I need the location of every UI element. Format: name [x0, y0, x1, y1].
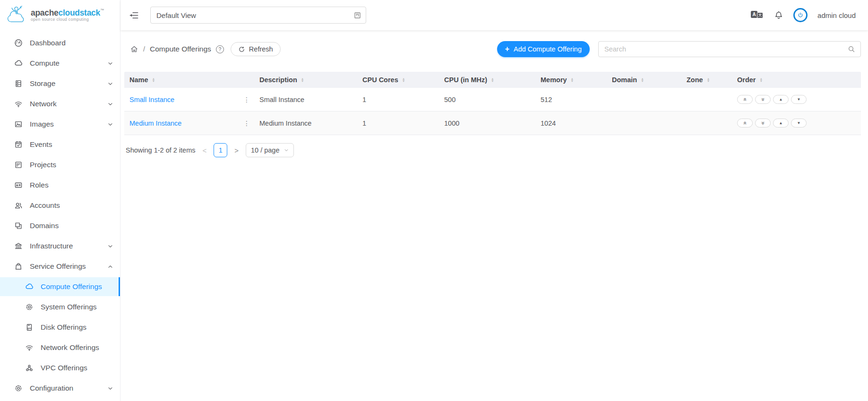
sidebar-item-images[interactable]: Images — [0, 115, 120, 134]
sidebar-item-network[interactable]: Network — [0, 94, 120, 113]
sidebar-item-label: Infrastructure — [30, 242, 73, 250]
sort-icon[interactable]: ▲▼ — [571, 77, 574, 82]
database-icon — [14, 79, 23, 88]
project-icon[interactable] — [353, 11, 361, 19]
sidebar-item-infrastructure[interactable]: Infrastructure — [0, 237, 120, 256]
prev-page-icon[interactable]: < — [203, 146, 207, 154]
move-up-button[interactable]: ▲ — [773, 95, 789, 104]
chevron-down-icon — [284, 148, 289, 153]
next-page-icon[interactable]: > — [234, 146, 239, 154]
cluster-icon — [25, 364, 34, 372]
offering-cpu-cores: 1 — [357, 119, 439, 127]
calendar-check-icon — [14, 140, 23, 149]
sidebar-item-roles[interactable]: Roles — [0, 176, 120, 195]
project-icon — [14, 161, 23, 169]
sidebar-item-vpc-offerings[interactable]: VPC Offerings — [0, 358, 120, 377]
user-avatar[interactable] — [793, 8, 808, 22]
column-header-description[interactable]: Description▲▼ — [254, 76, 357, 84]
sidebar-item-events[interactable]: Events — [0, 135, 120, 154]
column-header-cpu-cores[interactable]: CPU Cores▲▼ — [357, 76, 439, 84]
sort-icon[interactable]: ▲▼ — [491, 77, 494, 82]
compute-offerings-table: Name▲▼ Description▲▼ CPU Cores▲▼ CPU (in… — [124, 72, 861, 135]
chevron-down-icon — [108, 61, 113, 66]
gear-icon — [14, 384, 23, 392]
sidebar-item-network-offerings[interactable]: Network Offerings — [0, 338, 120, 357]
sidebar-item-accounts[interactable]: Accounts — [0, 196, 120, 215]
move-up-button[interactable]: ▲ — [773, 119, 789, 128]
sidebar-item-label: Roles — [30, 181, 49, 189]
bell-icon[interactable] — [774, 10, 783, 20]
column-header-domain[interactable]: Domain▲▼ — [607, 76, 681, 84]
menu-fold-icon[interactable] — [129, 10, 139, 20]
move-to-bottom-button[interactable]: » — [755, 95, 771, 104]
move-down-button[interactable]: ▼ — [791, 119, 807, 128]
order-controls: « » ▲ ▼ — [732, 95, 861, 104]
sidebar-item-label: Compute Offerings — [41, 282, 102, 291]
sort-icon[interactable]: ▲▼ — [760, 77, 763, 82]
picture-icon — [14, 120, 23, 128]
cloud-icon — [25, 282, 34, 291]
gear-icon — [25, 303, 34, 311]
add-compute-offering-button[interactable]: + Add Compute Offering — [497, 41, 590, 57]
chevron-down-icon — [108, 81, 113, 86]
column-header-name[interactable]: Name▲▼ — [124, 76, 241, 84]
sort-icon[interactable]: ▲▼ — [152, 77, 155, 82]
search-input[interactable] — [604, 45, 848, 53]
move-to-top-button[interactable]: « — [737, 95, 753, 104]
column-header-zone[interactable]: Zone▲▼ — [681, 76, 732, 84]
column-header-order[interactable]: Order▲▼ — [732, 76, 861, 84]
sidebar-item-storage[interactable]: Storage — [0, 74, 120, 93]
move-to-top-button[interactable]: « — [737, 119, 753, 128]
user-name[interactable]: admin cloud — [817, 11, 856, 19]
block-icon — [14, 222, 23, 230]
view-selector[interactable]: Default View — [150, 7, 366, 24]
translate-cjk-glyph — [757, 12, 763, 18]
sidebar-item-service-offerings[interactable]: Service Offerings — [0, 257, 120, 276]
help-icon[interactable]: ? — [216, 45, 224, 53]
main-area: Default View A admin cloud / Compute Off… — [120, 0, 868, 401]
column-header-cpu-mhz[interactable]: CPU (in MHz)▲▼ — [439, 76, 535, 84]
team-icon — [14, 201, 23, 210]
sort-icon[interactable]: ▲▼ — [402, 77, 405, 82]
brand-name: apachecloudstack™ — [31, 9, 104, 17]
sidebar-item-disk-offerings[interactable]: Disk Offerings — [0, 318, 120, 337]
move-to-bottom-button[interactable]: » — [755, 119, 771, 128]
sidebar-item-system-offerings[interactable]: System Offerings — [0, 298, 120, 316]
page-size-selector[interactable]: 10 / page — [246, 143, 293, 157]
shopping-bag-icon — [14, 262, 23, 271]
sidebar-item-domains[interactable]: Domains — [0, 216, 120, 235]
hdd-icon — [25, 323, 34, 332]
sidebar-item-compute[interactable]: Compute — [0, 54, 120, 73]
sidebar-item-configuration[interactable]: Configuration — [0, 379, 120, 398]
sidebar-item-projects[interactable]: Projects — [0, 155, 120, 174]
sidebar-item-label: Events — [30, 140, 52, 149]
offering-name-link[interactable]: Medium Instance — [129, 119, 181, 127]
row-actions-icon[interactable]: ⋮ — [241, 96, 254, 103]
sidebar-item-compute-offerings[interactable]: Compute Offerings — [0, 277, 120, 296]
offering-name-link[interactable]: Small Instance — [129, 96, 174, 103]
sidebar-item-label: Images — [30, 120, 54, 128]
search-icon[interactable] — [848, 45, 855, 53]
brand-logo[interactable]: apachecloudstack™ open source cloud comp… — [0, 0, 120, 30]
refresh-button[interactable]: Refresh — [231, 42, 281, 56]
page-size-value: 10 / page — [251, 146, 279, 154]
column-header-memory[interactable]: Memory▲▼ — [535, 76, 607, 84]
row-actions-icon[interactable]: ⋮ — [241, 119, 254, 127]
move-down-button[interactable]: ▼ — [791, 95, 807, 104]
sort-icon[interactable]: ▲▼ — [641, 77, 644, 82]
sort-icon[interactable]: ▲▼ — [707, 77, 710, 82]
header-actions: A admin cloud — [751, 8, 856, 22]
page-number-button[interactable]: 1 — [214, 143, 227, 157]
home-icon[interactable] — [130, 45, 138, 53]
offering-description: Small Instance — [254, 96, 357, 103]
cloud-icon — [14, 59, 23, 68]
translate-icon[interactable]: A — [751, 10, 764, 20]
sidebar-item-dashboard[interactable]: Dashboard — [0, 34, 120, 52]
sidebar-item-label: Network Offerings — [41, 343, 99, 352]
sort-icon[interactable]: ▲▼ — [301, 77, 304, 82]
pagination-summary: Showing 1-2 of 2 items — [126, 146, 196, 154]
sidebar-item-label: Disk Offerings — [41, 323, 86, 332]
sidebar-item-label: Storage — [30, 79, 55, 88]
table-header-row: Name▲▼ Description▲▼ CPU Cores▲▼ CPU (in… — [124, 72, 861, 88]
table-row: Medium Instance ⋮ Medium Instance 1 1000… — [124, 111, 861, 135]
